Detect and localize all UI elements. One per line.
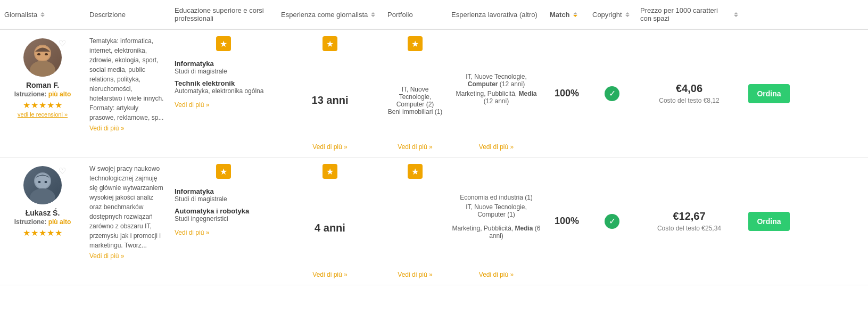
ordina-button-roman[interactable]: Ordina (748, 84, 789, 103)
experience-cell-roman: ★ 13 anni Vedi di più » (277, 30, 383, 157)
svg-point-9 (45, 181, 47, 183)
match-cell-lukasz: 100% (545, 158, 588, 285)
portfolio-item-2: Beni immobiliari (1) (387, 108, 443, 115)
exp-star-lukasz: ★ (281, 164, 379, 183)
col-header-match[interactable]: Match (545, 11, 588, 19)
col-label-giornalista: Giornalista (4, 11, 37, 19)
description-cell-lukasz: W swojej pracy naukowo technologicznej z… (85, 158, 170, 285)
edu-subtitle-2-roman: Automatyka, elektronika ogólna (175, 87, 272, 95)
match-percent-roman: 100% (555, 88, 579, 99)
journalist-cell-lukasz: ♡ Łukasz Ś. Istruzione: più alto ★★★★★ (0, 158, 85, 285)
journalist-name-roman: Roman F. (26, 81, 59, 89)
col-label-match: Match (550, 11, 570, 19)
edu-title-2-lukasz: Automatyka i robotyka (175, 207, 272, 215)
vedi-lav-roman[interactable]: Vedi di più » (451, 143, 541, 151)
favorite-lukasz-icon[interactable]: ♡ (59, 166, 66, 176)
col-header-descrizione: Descrizione (85, 11, 170, 19)
avatar-container-roman: ♡ (23, 38, 62, 77)
price-cell-roman: €4,06 Costo del testo €8,12 (636, 30, 742, 157)
table-row: ♡ Roman F. Istruzione: più alto ★★★★★ ve… (0, 30, 868, 158)
edu-title-1-roman: Informatyka (175, 60, 272, 68)
col-label-educazione: Educazione superiore e corsi professiona… (175, 6, 272, 22)
price-main-roman: €4,06 (676, 82, 702, 95)
lav-item-1-lukasz: Economia ed industria (1) (460, 194, 533, 201)
col-header-giornalista[interactable]: Giornalista (0, 11, 85, 19)
portfolio-items-roman: IT, Nuove Tecnologie,Computer (2) Beni i… (387, 86, 443, 115)
vedi-exp-roman[interactable]: Vedi di più » (281, 143, 379, 151)
svg-point-8 (38, 181, 41, 183)
edu-star-lukasz: ★ (175, 164, 272, 183)
edu-title-2-roman: Technik elektronik (175, 79, 272, 87)
portfolio-cell-roman: ★ IT, Nuove Tecnologie,Computer (2) Beni… (383, 30, 447, 157)
col-header-copyright[interactable]: Copyright (588, 11, 636, 19)
col-header-portfolio: Portfolio (383, 11, 447, 19)
col-label-prezzo: Prezzo per 1000 caratteri con spazi (640, 6, 731, 22)
col-header-prezzo[interactable]: Prezzo per 1000 caratteri con spazi (636, 6, 742, 22)
copyright-cell-roman: ✓ (588, 30, 636, 157)
table-header: Giornalista Descrizione Educazione super… (0, 0, 868, 30)
lav-item-1-roman: IT, Nuove Tecnologie, Computer (12 anni) (451, 73, 541, 88)
ordina-button-lukasz[interactable]: Ordina (748, 212, 789, 231)
port-star-lukasz: ★ (387, 164, 443, 183)
vedi-edu-lukasz[interactable]: Vedi di più » (175, 229, 272, 236)
lavorativa-cell-lukasz: Economia ed industria (1) IT, Nuove Tecn… (447, 158, 545, 285)
journalists-table: Giornalista Descrizione Educazione super… (0, 0, 868, 322)
port-star-roman: ★ (387, 36, 443, 55)
sort-copyright-icon (625, 12, 630, 17)
vedi-port-lukasz[interactable]: Vedi di più » (387, 271, 443, 278)
star-badge-exp-roman: ★ (323, 36, 337, 51)
reviews-link-roman[interactable]: vedi le recensioni » (18, 111, 68, 118)
col-header-educazione: Educazione superiore e corsi professiona… (170, 6, 277, 22)
edu-entry-1-lukasz: Informatyka Studi di magistrale (175, 187, 272, 203)
col-header-esperienza[interactable]: Esperienza come giornalista (277, 11, 383, 19)
table-row: ♡ Łukasz Ś. Istruzione: più alto ★★★★★ W… (0, 158, 868, 285)
vedi-port-roman[interactable]: Vedi di più » (387, 143, 443, 151)
avatar-roman (23, 38, 62, 77)
vedi-edu-roman[interactable]: Vedi di più » (175, 101, 272, 109)
star-badge-exp-lukasz: ★ (323, 164, 337, 179)
vedi-desc-roman[interactable]: Vedi di più » (89, 125, 166, 132)
experience-years-lukasz: 4 anni (315, 222, 345, 234)
vedi-desc-lukasz[interactable]: Vedi di più » (89, 252, 166, 260)
edu-title-1-lukasz: Informatyka (175, 187, 272, 195)
favorite-roman-icon[interactable]: ♡ (59, 38, 66, 48)
sort-prezzo-icon (734, 12, 738, 17)
stars-lukasz: ★★★★★ (23, 228, 63, 238)
match-percent-lukasz: 100% (555, 216, 579, 227)
price-sub-lukasz: Costo del testo €25,34 (657, 225, 721, 232)
lav-item-2-roman: Marketing, Pubblicità, Media (12 anni) (451, 90, 541, 105)
price-sub-roman: Costo del testo €8,12 (659, 97, 719, 104)
experience-years-roman: 13 anni (312, 94, 349, 106)
svg-point-1 (30, 61, 55, 77)
edu-star-roman: ★ (175, 36, 272, 55)
edu-subtitle-2-lukasz: Studi ingegneristici (175, 215, 272, 222)
education-cell-roman: ★ Informatyka Studi di magistrale Techni… (170, 30, 277, 157)
lavorativa-cell-roman: IT, Nuove Tecnologie, Computer (12 anni)… (447, 30, 545, 157)
ordina-cell-lukasz: Ordina (742, 158, 796, 285)
col-label-portfolio: Portfolio (387, 11, 413, 19)
star-badge-port-roman: ★ (408, 36, 423, 51)
price-main-lukasz: €12,67 (673, 210, 705, 222)
svg-point-4 (45, 53, 48, 55)
svg-point-3 (37, 53, 40, 55)
star-badge-port-lukasz: ★ (408, 164, 423, 179)
copyright-check-lukasz: ✓ (605, 214, 619, 229)
avatar-image-roman (23, 38, 62, 77)
lav-detail-lukasz: Marketing, Pubblicità, Media (6 anni) (451, 225, 541, 240)
journalist-cell-roman: ♡ Roman F. Istruzione: più alto ★★★★★ ve… (0, 30, 85, 157)
journalist-edu-roman: Istruzione: più alto (14, 90, 71, 98)
copyright-check-roman: ✓ (605, 86, 619, 101)
portfolio-item-1: IT, Nuove Tecnologie,Computer (2) (387, 86, 443, 108)
portfolio-cell-lukasz: ★ Vedi di più » (383, 158, 447, 285)
vedi-lav-lukasz[interactable]: Vedi di più » (451, 271, 541, 278)
price-cell-lukasz: €12,67 Costo del testo €25,34 (636, 158, 742, 285)
journalist-name-lukasz: Łukasz Ś. (26, 209, 60, 217)
avatar-container-lukasz: ♡ (23, 166, 62, 204)
description-text-roman: Tematyka: informatica, internet, elektro… (89, 36, 166, 122)
col-label-lavorativa: Esperienza lavorativa (altro) (451, 11, 538, 19)
col-header-lavorativa: Esperienza lavorativa (altro) (447, 11, 545, 19)
copyright-cell-lukasz: ✓ (588, 158, 636, 285)
vedi-exp-lukasz[interactable]: Vedi di più » (281, 271, 379, 278)
exp-star-roman: ★ (281, 36, 379, 55)
education-cell-lukasz: ★ Informatyka Studi di magistrale Automa… (170, 158, 277, 285)
